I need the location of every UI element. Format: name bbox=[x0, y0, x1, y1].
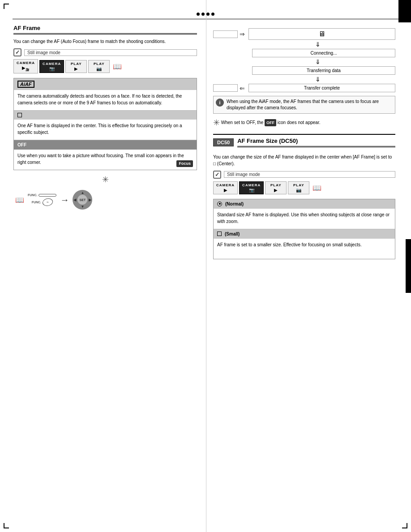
flow-box-connecting: Connecting... bbox=[252, 49, 395, 57]
flow-box-transferring: Transferring data bbox=[252, 66, 395, 75]
small-label: (Small) bbox=[225, 232, 240, 236]
center-square-icon bbox=[17, 113, 22, 117]
flow-down-arrow-3: ⇓ bbox=[213, 76, 395, 83]
menu-header-center bbox=[14, 111, 197, 120]
menu-row-normal: (Normal) Standard size AF frame is displ… bbox=[214, 199, 395, 229]
dpad-arrow-down: ▼ bbox=[81, 205, 84, 209]
flow-row-2: Connecting... bbox=[213, 49, 395, 57]
menu-content-off: Use when you want to take a picture with… bbox=[14, 150, 197, 170]
func-label-1: FUNC. bbox=[28, 193, 37, 197]
menu-header-off: OFF bbox=[14, 140, 197, 150]
info-icon: i bbox=[216, 99, 224, 107]
flow-down-arrow-2: ⇓ bbox=[213, 58, 395, 65]
mode-btn-camera-video[interactable]: CAMERA ▶🎥 bbox=[13, 59, 38, 73]
check-icon: ✓ bbox=[13, 48, 21, 56]
dpad-arrow-right: ▶ bbox=[89, 198, 91, 202]
flow-row-3: Transferring data bbox=[213, 66, 395, 75]
flow-down-arrow-1: ⇓ bbox=[213, 41, 395, 48]
mode-btn2-camera-video[interactable]: CAMERA ▶ bbox=[213, 181, 238, 194]
nav-controls: 📖 FUNC. FUNC. ~ → bbox=[13, 190, 197, 210]
book-icon-left: 📖 bbox=[113, 62, 122, 71]
normal-label: (Normal) bbox=[225, 202, 244, 206]
flow-row-4: ⇐ Transfer complete bbox=[213, 84, 395, 92]
dpad-control[interactable]: SET ▲ ▼ ◀ ▶ bbox=[73, 190, 92, 210]
mode-buttons-row: CAMERA ▶🎥 CAMERA 📷 PLAY ▶ PLAY 📷 📖 bbox=[13, 59, 197, 73]
menu-row-small: (Small) AF frame is set to a smaller siz… bbox=[214, 229, 395, 259]
menu-row-off: OFF Use when you want to take a picture … bbox=[14, 140, 197, 170]
dpad-set-button[interactable]: SET bbox=[77, 195, 87, 205]
menu-header-aiaf: AiAF bbox=[14, 78, 197, 90]
off-small-badge: Focus bbox=[176, 160, 193, 167]
grid-icon-note: ✳ bbox=[13, 175, 197, 184]
memory-card-icon: 🖥 bbox=[318, 30, 325, 38]
mode-btn-camera-photo[interactable]: CAMERA 📷 bbox=[39, 60, 64, 73]
section2-title: AF Frame Size (DC50) bbox=[237, 137, 395, 147]
menu-content-center: One AF frame is displayed in the center.… bbox=[14, 120, 197, 140]
flow-diagram: ⇒ 🖥 ⇓ Connecting... ⇓ Transferring data … bbox=[213, 28, 395, 92]
func-label-2: FUNC. bbox=[32, 201, 41, 204]
section-divider bbox=[213, 134, 395, 135]
dpad-arrow-left: ◀ bbox=[73, 198, 76, 202]
info-box: i When using the AiAF mode, the AF frame… bbox=[213, 96, 395, 114]
info-text: When using the AiAF mode, the AF frames … bbox=[227, 99, 393, 111]
small-square-icon bbox=[217, 232, 222, 236]
checkbox-row-still-2: ✓ Still image mode bbox=[213, 171, 395, 179]
off-note-text1: When set to OFF, the bbox=[221, 120, 263, 125]
mode-btn2-camera-photo[interactable]: CAMERA 📷 bbox=[239, 181, 264, 194]
flow-box-source bbox=[213, 30, 238, 38]
section-title-af-frame: AF Frame bbox=[13, 25, 197, 34]
mode-buttons-row-2: CAMERA ▶ CAMERA 📷 PLAY ▶ PLAY 📷 📖 bbox=[213, 181, 395, 194]
mode-btn2-play-video[interactable]: PLAY ▶ bbox=[265, 181, 287, 194]
menu-content-normal: Standard size AF frame is displayed. Use… bbox=[214, 209, 395, 229]
af-frame-size-menu-table: (Normal) Standard size AF frame is displ… bbox=[213, 199, 395, 259]
off-header-label: OFF bbox=[17, 142, 26, 147]
arrow-right-nav: → bbox=[60, 195, 69, 205]
func-thumb-button[interactable]: ~ bbox=[42, 198, 54, 206]
page-layout: AF Frame You can change the AF (Auto Foc… bbox=[0, 0, 411, 532]
dpad-arrow-up: ▲ bbox=[81, 191, 84, 195]
menu-header-small: (Small) bbox=[214, 229, 395, 239]
book-icon-right: 📖 bbox=[313, 184, 321, 192]
mode-btn-play-video[interactable]: PLAY ▶ bbox=[65, 60, 87, 73]
section-body-text: You can change the AF (Auto Focus) frame… bbox=[13, 38, 197, 45]
section2-header-row: DC50 AF Frame Size (DC50) bbox=[213, 137, 395, 151]
circle-dot-icon bbox=[217, 202, 222, 206]
menu-content-aiaf: The camera automatically detects and foc… bbox=[14, 90, 197, 110]
menu-content-small: AF frame is set to a smaller size. Effec… bbox=[214, 239, 395, 259]
func-buttons: FUNC. FUNC. ~ bbox=[28, 193, 56, 206]
mode-btn2-play-photo[interactable]: PLAY 📷 bbox=[288, 181, 309, 194]
checkbox-label-still: Still image mode bbox=[24, 49, 197, 56]
dpad-outer-ring[interactable]: SET ▲ ▼ ◀ ▶ bbox=[73, 190, 92, 210]
off-note-block: ✳ When set to OFF, the OFF icon does not… bbox=[213, 116, 395, 129]
flow-arrow-left-4: ⇐ bbox=[240, 85, 245, 92]
off-note-text2: icon does not appear. bbox=[278, 120, 321, 125]
flow-box-complete: Transfer complete bbox=[248, 84, 395, 92]
menu-header-normal: (Normal) bbox=[214, 199, 395, 209]
menu-row-center: One AF frame is displayed in the center.… bbox=[14, 111, 197, 140]
dc50-badge: DC50 bbox=[213, 138, 234, 146]
flow-row-1: ⇒ 🖥 bbox=[213, 28, 395, 40]
menu-row-aiaf: AiAF The camera automatically detects an… bbox=[14, 78, 197, 111]
flow-box-dest bbox=[213, 84, 238, 92]
aiaf-badge: AiAF bbox=[17, 81, 34, 88]
grid-icon-right: ✳ bbox=[213, 118, 220, 127]
flow-box-memory: 🖥 bbox=[248, 28, 395, 40]
af-frame-menu-table: AiAF The camera automatically detects an… bbox=[13, 78, 197, 170]
right-column: ⇒ 🖥 ⇓ Connecting... ⇓ Transferring data … bbox=[206, 0, 411, 532]
left-column: AF Frame You can change the AF (Auto Foc… bbox=[0, 0, 206, 532]
section2-body-text: You can change the size of the AF frame … bbox=[213, 154, 395, 167]
check-icon-2: ✓ bbox=[213, 171, 221, 179]
book-icon-nav: 📖 bbox=[15, 196, 24, 204]
flow-arrow-right-1: ⇒ bbox=[240, 30, 245, 38]
checkbox-row-still: ✓ Still image mode bbox=[13, 48, 197, 56]
checkbox-label-still-2: Still image mode bbox=[224, 171, 395, 178]
mode-btn-play-photo[interactable]: PLAY 📷 bbox=[88, 60, 110, 73]
off-badge-inline: OFF bbox=[265, 119, 276, 126]
func-oval-button[interactable] bbox=[39, 194, 56, 197]
